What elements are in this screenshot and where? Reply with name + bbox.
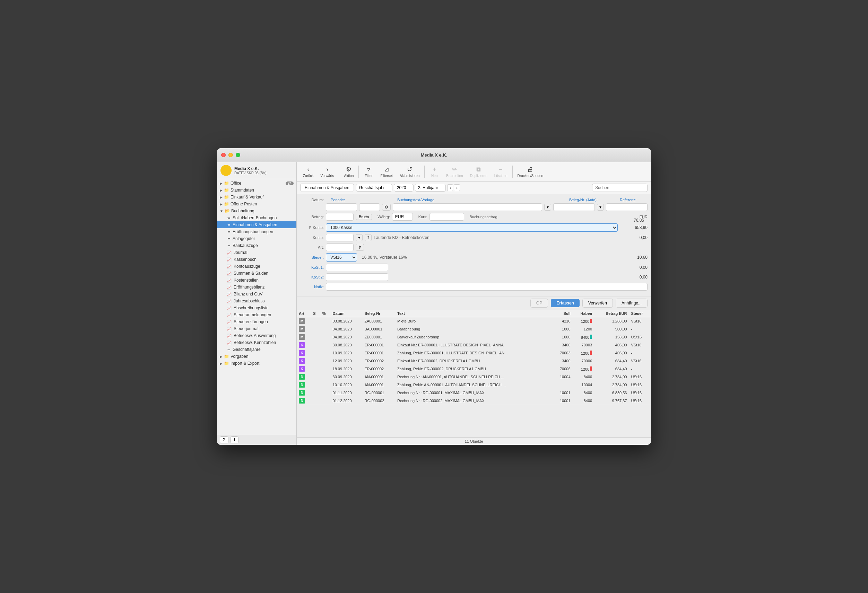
sidebar-item-kostenstellen[interactable]: 📈 Kostenstellen: [217, 277, 297, 284]
sidebar-item-jahresabschluss[interactable]: 📈 Jahresabschluss: [217, 297, 297, 305]
table-row[interactable]: M 04.08.2020 ZE000001 Barverkauf Zubehör…: [297, 333, 651, 341]
kost1-select[interactable]: [326, 263, 388, 271]
kost1-label[interactable]: KoSt 1:: [300, 265, 324, 269]
steuer-label[interactable]: Steuer:: [300, 255, 324, 259]
sidebar-item-kassenbuch[interactable]: 📈 Kassenbuch: [217, 256, 297, 263]
sidebar-item-steuererklaerungen[interactable]: 📈 Steuererklärungen: [217, 318, 297, 325]
sidebar-item-steueranmeldungen[interactable]: 📈 Steueranmeldungen: [217, 311, 297, 318]
notiz-input[interactable]: [326, 283, 648, 291]
datum-input[interactable]: 06.08.2020: [326, 203, 357, 211]
sidebar-item-geschaeftsjahre[interactable]: ≔ Geschäftsjahre: [217, 346, 297, 353]
new-button[interactable]: + Neu: [427, 165, 442, 179]
periode-select[interactable]: [359, 203, 380, 211]
cell-art: D: [297, 373, 311, 381]
print-button[interactable]: 🖨 Drucken/Senden: [515, 165, 546, 179]
close-button[interactable]: [221, 153, 226, 157]
table-row[interactable]: K 18.09.2020 ER-000002 Zahlung, ReNr: ER…: [297, 365, 651, 373]
sidebar-item-betriebsw-auswertung[interactable]: 📈 Betriebsw. Auswertung: [217, 332, 297, 339]
minimize-button[interactable]: [229, 153, 233, 157]
waehrg-select[interactable]: EUR: [392, 213, 413, 221]
sidebar-item-vorgaben[interactable]: ▶ 📁 Vorgaben: [217, 353, 297, 360]
anhaenge-button[interactable]: Anhänge...: [616, 299, 648, 308]
verwerfen-button[interactable]: Verwerfen: [582, 299, 613, 308]
delete-button[interactable]: − Löschen: [492, 165, 510, 179]
referenz-input[interactable]: [606, 203, 648, 211]
info-button[interactable]: ℹ: [230, 436, 239, 443]
maximize-button[interactable]: [236, 153, 240, 157]
steuer-select[interactable]: VSt16: [326, 253, 357, 262]
belegnr-input[interactable]: ZA000002: [553, 203, 595, 211]
sidebar-item-einkauf[interactable]: ▶ 📁 Einkauf & Verkauf: [217, 194, 297, 200]
sidebar-item-buchhaltung[interactable]: ▼ 📂 Buchhaltung: [217, 207, 297, 215]
table-row[interactable]: K 10.09.2020 ER-000001 Zahlung, ReNr: ER…: [297, 349, 651, 357]
sigma-button[interactable]: Σ: [220, 436, 229, 443]
sidebar-item-offene-posten[interactable]: ▶ 📁 Offene Posten: [217, 200, 297, 207]
table-row[interactable]: K 30.08.2020 ER-000001 Einkauf Nr.: ER-0…: [297, 341, 651, 349]
table-row[interactable]: D 01.12.2020 RG-000002 Rechnung Nr.: RG-…: [297, 397, 651, 405]
notiz-label[interactable]: Notiz:: [300, 285, 324, 289]
buchungstext-dropdown-btn[interactable]: ▾: [544, 204, 551, 210]
sidebar-item-betriebsw-kennzahlen[interactable]: 📈 Betriebsw. Kennzahlen: [217, 339, 297, 346]
next-period-button[interactable]: ›: [454, 184, 460, 191]
edit-button[interactable]: ✏ Bearbeiten: [443, 164, 465, 179]
belegnr-dropdown-btn[interactable]: ▾: [597, 204, 604, 210]
periode-label[interactable]: Periode:: [331, 198, 351, 202]
sidebar-item-bilanz-guv[interactable]: 📈 Bilanz und GuV: [217, 291, 297, 297]
belegnr-label[interactable]: Beleg-Nr. (Auto):: [569, 198, 618, 202]
table-row[interactable]: M 03.08.2020 ZA000001 Miete Büro 4210 12…: [297, 317, 651, 325]
art-input[interactable]: Ausgabe: [326, 243, 354, 251]
cell-text: Einkauf Nr.: ER-000002, DRUCKEREI A1 GMB…: [395, 357, 552, 365]
sidebar-item-eroeffnungsbilanz[interactable]: 📈 Eröffnungsbilanz: [217, 284, 297, 291]
year-select[interactable]: 2020: [394, 184, 413, 191]
filterset-button[interactable]: ⊿ Filterset: [378, 164, 396, 179]
half-year-select[interactable]: 2. Halbjahr: [415, 184, 446, 191]
duplicate-button[interactable]: ⧉ Duplizieren: [467, 165, 490, 179]
sidebar-item-abschreibung[interactable]: 📈 Abschreibungsliste: [217, 305, 297, 311]
table-row[interactable]: K 12.09.2020 ER-000002 Einkauf Nr.: ER-0…: [297, 357, 651, 365]
fkonto-select[interactable]: 1000 Kasse: [326, 224, 618, 232]
konto-dropdown-btn[interactable]: ▾: [356, 234, 363, 241]
sidebar-item-soll-haben[interactable]: ≔ Soll-/Haben-Buchungen: [217, 215, 297, 221]
table-row[interactable]: D 10.10.2020 AN-000001 Zahlung, ReNr: AN…: [297, 381, 651, 389]
search-input[interactable]: [592, 184, 648, 192]
sidebar-item-kontoauszuege[interactable]: 📈 Kontoauszüge: [217, 263, 297, 270]
konto-input[interactable]: 4530: [326, 234, 354, 241]
sidebar-item-office[interactable]: ▶ 📁 Office 24: [217, 180, 297, 187]
sidebar-item-summen-salden[interactable]: 📈 Summen & Salden: [217, 270, 297, 277]
table-row[interactable]: M 04.08.2020 BA000001 Barabhebung 1000 1…: [297, 325, 651, 333]
sidebar-item-steuerjournal[interactable]: 📈 Steuerjournal: [217, 325, 297, 332]
kost2-select[interactable]: [326, 273, 388, 281]
refresh-button[interactable]: ↺ Aktualisieren: [397, 164, 422, 179]
buchungsbetrag-label: Buchungsbetrag: [470, 215, 497, 219]
buchungstext-settings-btn[interactable]: ⚙: [382, 204, 391, 210]
table-row[interactable]: D 30.09.2020 AN-000001 Rechnung Nr.: AN-…: [297, 373, 651, 381]
sidebar-item-einnahmen[interactable]: ≔ Einnahmen & Ausgaben: [217, 221, 297, 228]
konto-share-btn[interactable]: ⤴: [365, 234, 372, 241]
prev-period-button[interactable]: ‹: [447, 184, 453, 191]
action-button[interactable]: ⚙ Aktion: [341, 164, 356, 179]
kost2-label[interactable]: KoSt 2:: [300, 275, 324, 279]
kurs-input[interactable]: 1,00000000: [430, 213, 464, 221]
erfassen-button[interactable]: Erfassen: [551, 299, 580, 307]
table-row[interactable]: D 01.11.2020 RG-000001 Rechnung Nr.: RG-…: [297, 389, 651, 397]
art-arrows-btn[interactable]: ⇕: [356, 244, 364, 251]
op-button[interactable]: OP: [530, 299, 548, 308]
sidebar-item-bankauszuege[interactable]: ≔ Bankauszüge: [217, 242, 297, 249]
sidebar-item-import-export[interactable]: ▶ 📁 Import & Export: [217, 360, 297, 367]
betrag-input[interactable]: 76,85: [326, 213, 354, 221]
referenz-label[interactable]: Referenz:: [620, 198, 648, 202]
sidebar-item-journal[interactable]: 📈 Journal: [217, 249, 297, 256]
buchungstext-label[interactable]: Buchungstext/Vorlage:: [397, 198, 567, 202]
buchungstext-input[interactable]: Kraftstoff: [393, 203, 542, 211]
col-betrag: Betrag EUR: [594, 310, 629, 317]
tab-einnahmen[interactable]: Einnahmen & Ausgaben: [300, 184, 354, 192]
forward-button[interactable]: › Vorwärts: [318, 165, 337, 179]
art-badge: K: [299, 358, 305, 364]
sidebar-item-stammdaten[interactable]: ▶ 📁 Stammdaten: [217, 187, 297, 194]
sidebar-item-anlage[interactable]: ≔ Anlagegüter: [217, 235, 297, 242]
filter-button[interactable]: ▿ Filter: [361, 164, 376, 179]
sidebar-item-eroeffnung[interactable]: ≔ Eröffnungsbuchungen: [217, 228, 297, 235]
brutto-button[interactable]: Brutto: [356, 214, 372, 220]
back-button[interactable]: ‹ Zurück: [300, 165, 316, 179]
period-type-select[interactable]: Geschäftsjahr: [356, 184, 393, 191]
